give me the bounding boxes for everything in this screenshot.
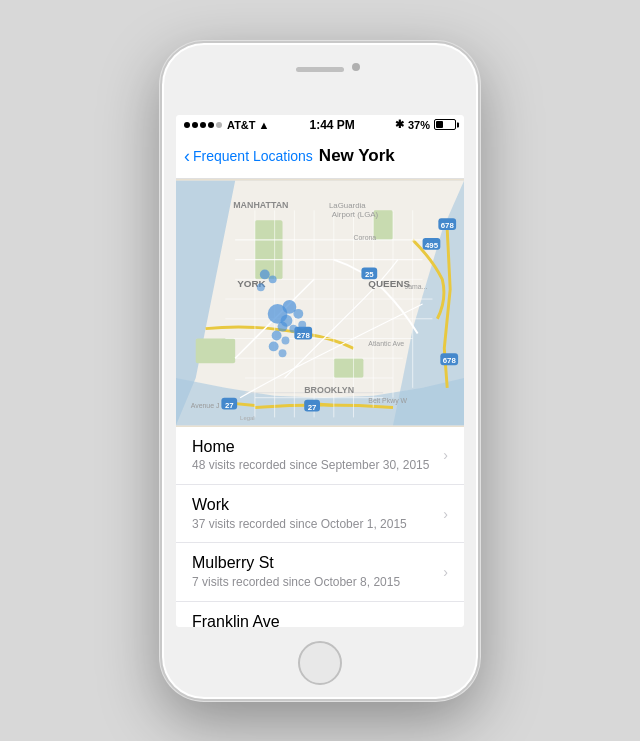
svg-text:Corona: Corona bbox=[354, 233, 377, 240]
phone-camera bbox=[352, 63, 360, 71]
location-name-2: Mulberry St bbox=[192, 553, 435, 574]
chevron-right-icon-1: › bbox=[443, 506, 448, 522]
svg-text:BROOKLYN: BROOKLYN bbox=[304, 384, 354, 394]
location-text-2: Mulberry St 7 visits recorded since Octo… bbox=[192, 553, 435, 590]
signal-dot-1 bbox=[184, 122, 190, 128]
chevron-right-icon-2: › bbox=[443, 564, 448, 580]
back-button[interactable]: ‹ Frequent Locations bbox=[184, 147, 313, 165]
location-text-3: Franklin Ave 6 visits recorded since Sep… bbox=[192, 612, 435, 627]
location-item[interactable]: Work 37 visits recorded since October 1,… bbox=[176, 485, 464, 543]
svg-text:27: 27 bbox=[308, 402, 317, 411]
bluetooth-icon: ✱ bbox=[395, 118, 404, 131]
svg-point-56 bbox=[293, 308, 303, 318]
map-svg: MANHATTAN LaGuardia Airport (LGA) YORK Q… bbox=[176, 179, 464, 427]
status-time: 1:44 PM bbox=[310, 118, 355, 132]
location-name-1: Work bbox=[192, 495, 435, 516]
svg-text:495: 495 bbox=[425, 240, 439, 249]
svg-point-61 bbox=[282, 336, 290, 344]
page-title: New York bbox=[319, 146, 395, 166]
status-left: AT&T ▲ bbox=[184, 119, 269, 131]
location-text-0: Home 48 visits recorded since September … bbox=[192, 437, 435, 474]
location-name-3: Franklin Ave bbox=[192, 612, 435, 627]
svg-text:Atlantic Ave: Atlantic Ave bbox=[368, 340, 404, 347]
volume-up-button bbox=[160, 189, 162, 241]
svg-text:25: 25 bbox=[365, 270, 374, 279]
power-button bbox=[478, 203, 480, 275]
map-view[interactable]: MANHATTAN LaGuardia Airport (LGA) YORK Q… bbox=[176, 179, 464, 427]
svg-rect-5 bbox=[255, 220, 283, 279]
location-sub-0: 48 visits recorded since September 30, 2… bbox=[192, 458, 435, 474]
svg-text:Jama...: Jama... bbox=[405, 283, 428, 290]
signal-bars bbox=[184, 122, 222, 128]
volume-down-button bbox=[160, 253, 162, 305]
location-sub-1: 37 visits recorded since October 1, 2015 bbox=[192, 517, 435, 533]
svg-rect-7 bbox=[196, 338, 235, 363]
svg-text:LaGuardia: LaGuardia bbox=[329, 201, 366, 210]
svg-text:678: 678 bbox=[443, 356, 457, 365]
navigation-bar: ‹ Frequent Locations New York bbox=[176, 135, 464, 179]
svg-text:Legal: Legal bbox=[240, 415, 254, 421]
back-chevron-icon: ‹ bbox=[184, 147, 190, 165]
svg-text:Belt Pkwy W: Belt Pkwy W bbox=[368, 396, 407, 404]
battery-indicator bbox=[434, 119, 456, 130]
svg-text:278: 278 bbox=[297, 330, 311, 339]
back-label: Frequent Locations bbox=[193, 148, 313, 164]
status-bar: AT&T ▲ 1:44 PM ✱ 37% bbox=[176, 115, 464, 135]
phone-speaker bbox=[296, 67, 344, 72]
location-item[interactable]: Mulberry St 7 visits recorded since Octo… bbox=[176, 543, 464, 601]
svg-text:678: 678 bbox=[441, 221, 455, 230]
signal-dot-4 bbox=[208, 122, 214, 128]
signal-dot-5 bbox=[216, 122, 222, 128]
phone-frame: AT&T ▲ 1:44 PM ✱ 37% ‹ Frequent Location… bbox=[160, 41, 480, 701]
location-sub-2: 7 visits recorded since October 8, 2015 bbox=[192, 575, 435, 591]
wifi-icon: ▲ bbox=[259, 119, 270, 131]
chevron-right-icon-0: › bbox=[443, 447, 448, 463]
mute-button bbox=[160, 143, 162, 175]
svg-point-62 bbox=[269, 341, 279, 351]
battery-percent-label: 37% bbox=[408, 119, 430, 131]
svg-point-58 bbox=[289, 324, 297, 332]
location-item[interactable]: Home 48 visits recorded since September … bbox=[176, 427, 464, 485]
status-right: ✱ 37% bbox=[395, 118, 456, 131]
svg-point-66 bbox=[257, 283, 265, 291]
location-name-0: Home bbox=[192, 437, 435, 458]
svg-point-64 bbox=[260, 269, 270, 279]
svg-text:Avenue J: Avenue J bbox=[191, 401, 220, 408]
svg-point-60 bbox=[272, 330, 282, 340]
svg-rect-8 bbox=[334, 358, 364, 378]
phone-screen: AT&T ▲ 1:44 PM ✱ 37% ‹ Frequent Location… bbox=[176, 115, 464, 627]
chevron-right-icon-3: › bbox=[443, 622, 448, 626]
battery-fill bbox=[436, 121, 443, 128]
signal-dot-2 bbox=[192, 122, 198, 128]
svg-point-59 bbox=[298, 320, 306, 328]
svg-point-57 bbox=[278, 321, 288, 331]
location-list: Home 48 visits recorded since September … bbox=[176, 427, 464, 627]
location-item[interactable]: Franklin Ave 6 visits recorded since Sep… bbox=[176, 602, 464, 627]
svg-point-63 bbox=[279, 349, 287, 357]
signal-dot-3 bbox=[200, 122, 206, 128]
svg-point-65 bbox=[269, 275, 277, 283]
svg-text:27: 27 bbox=[225, 400, 234, 409]
location-text-1: Work 37 visits recorded since October 1,… bbox=[192, 495, 435, 532]
svg-text:MANHATTAN: MANHATTAN bbox=[233, 200, 288, 210]
svg-text:Airport (LGA): Airport (LGA) bbox=[332, 210, 379, 219]
home-button[interactable] bbox=[298, 641, 342, 685]
carrier-label: AT&T bbox=[227, 119, 256, 131]
